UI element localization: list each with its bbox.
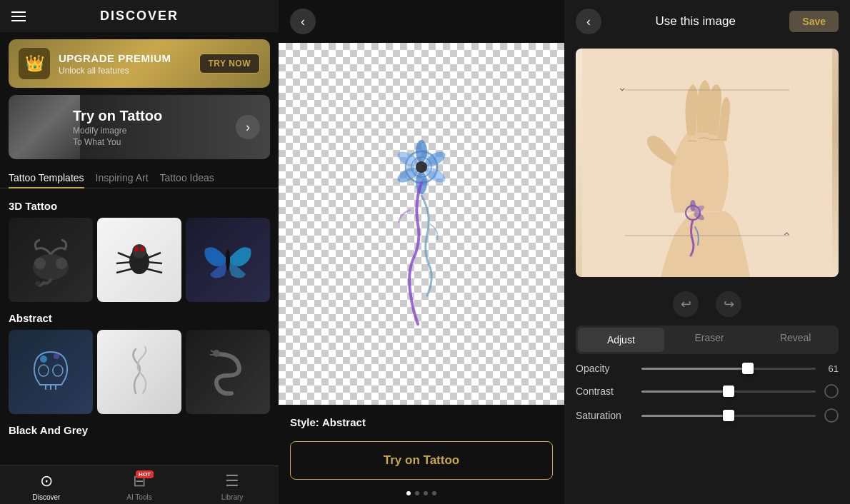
undo-redo-controls: ↩ ↪ — [564, 283, 850, 326]
svg-point-18 — [54, 353, 59, 359]
upgrade-subtitle: Unlock all features — [59, 66, 191, 76]
save-button[interactable]: Save — [789, 11, 839, 32]
opacity-slider-row: Opacity 61 — [576, 363, 839, 374]
use-image-title: Use this image — [601, 14, 789, 29]
use-image-panel: ‹ Use this image Save — [564, 0, 850, 504]
saturation-fill — [641, 415, 729, 417]
upgrade-title: UPGRADE PREMIUM — [59, 52, 191, 64]
contrast-label: Contrast — [576, 385, 633, 397]
dot-4 — [432, 491, 436, 495]
nav-ai-tools[interactable]: HOT ⊟ AI Tools — [93, 472, 186, 501]
library-nav-label: Library — [221, 493, 244, 501]
try-tattoo-arrow-icon[interactable]: › — [236, 115, 260, 139]
use-image-area: ⌟ ⌜ — [576, 49, 839, 277]
upgrade-banner: 👑 UPGRADE PREMIUM Unlock all features TR… — [9, 39, 270, 88]
try-now-button[interactable]: TRY NOW — [199, 54, 261, 74]
list-item[interactable] — [186, 330, 270, 414]
category-black-grey: Black And Grey — [9, 424, 270, 436]
list-item[interactable] — [97, 330, 181, 414]
redo-button[interactable]: ↪ — [716, 291, 741, 317]
ai-tools-nav-label: AI Tools — [126, 493, 151, 501]
list-item[interactable] — [9, 218, 93, 302]
discover-nav-icon: ⊙ — [40, 472, 53, 490]
tab-adjust[interactable]: Adjust — [578, 328, 664, 352]
svg-point-5 — [132, 244, 146, 258]
svg-point-14 — [226, 249, 230, 271]
tab-inspiring-art[interactable]: Inspiring Art — [96, 166, 149, 188]
nav-library[interactable]: ☰ Library — [186, 472, 279, 501]
try-on-tattoo-button[interactable]: Try on Tattoo — [290, 441, 553, 480]
svg-point-19 — [213, 350, 220, 357]
preview-dots — [279, 491, 564, 504]
tab-tattoo-templates[interactable]: Tattoo Templates — [9, 166, 84, 188]
opacity-slider-track[interactable] — [641, 368, 816, 370]
hot-badge: HOT — [136, 470, 154, 478]
discover-panel: DISCOVER 👑 UPGRADE PREMIUM Unlock all fe… — [0, 0, 279, 504]
try-tattoo-title: Try on Tattoo — [73, 108, 162, 124]
back-button[interactable]: ‹ — [290, 9, 316, 34]
tab-tattoo-ideas[interactable]: Tattoo Ideas — [160, 166, 214, 188]
svg-point-1 — [34, 258, 46, 269]
tattoo-grid-abstract — [9, 330, 270, 414]
try-tattoo-sub2: To What You — [73, 137, 162, 147]
preview-panel: ‹ Sty — [279, 0, 564, 504]
saturation-slider-track[interactable] — [641, 415, 816, 417]
list-item[interactable] — [9, 330, 93, 414]
svg-line-20 — [211, 351, 214, 352]
svg-point-6 — [134, 247, 139, 251]
tattoo-svg — [350, 110, 493, 338]
svg-point-2 — [56, 258, 67, 269]
saturation-circle-icon — [824, 408, 839, 423]
preview-header: ‹ — [279, 0, 564, 43]
dot-2 — [415, 491, 419, 495]
discover-title: DISCOVER — [100, 9, 179, 24]
opacity-label: Opacity — [576, 363, 633, 374]
contrast-circle-icon — [824, 384, 839, 398]
category-3d-tattoo: 3D Tattoo — [9, 200, 270, 212]
tab-reveal[interactable]: Reveal — [752, 326, 839, 354]
tattoo-grid-3d — [9, 218, 270, 302]
opacity-thumb[interactable] — [742, 363, 754, 374]
saturation-thumb[interactable] — [723, 410, 734, 421]
opacity-value: 61 — [824, 363, 839, 374]
hand-image: ⌟ ⌜ — [576, 49, 839, 277]
library-nav-icon: ☰ — [225, 472, 239, 490]
discover-scroll: 3D Tattoo — [0, 194, 279, 465]
dot-1 — [406, 491, 411, 495]
svg-point-17 — [40, 356, 47, 363]
sliders-area: Opacity 61 Contrast Saturation — [564, 363, 850, 423]
style-label: Style: Abstract — [279, 405, 564, 435]
contrast-thumb[interactable] — [723, 385, 734, 397]
svg-point-30 — [416, 161, 427, 173]
opacity-fill — [641, 368, 748, 370]
svg-point-24 — [416, 140, 427, 163]
svg-point-7 — [140, 247, 144, 251]
undo-button[interactable]: ↩ — [673, 291, 699, 317]
tab-eraser[interactable]: Eraser — [666, 326, 753, 354]
discover-header: DISCOVER — [0, 0, 279, 32]
style-value: Abstract — [322, 416, 366, 428]
tool-tabs: Adjust Eraser Reveal — [576, 326, 839, 354]
saturation-label: Saturation — [576, 410, 633, 421]
list-item[interactable] — [97, 218, 181, 302]
svg-point-15 — [39, 365, 49, 376]
list-item[interactable] — [186, 218, 270, 302]
contrast-fill — [641, 390, 729, 393]
try-on-tattoo-banner[interactable]: Try on Tattoo Modify imagre To What You … — [9, 95, 270, 159]
nav-discover[interactable]: ⊙ Discover — [0, 472, 93, 501]
style-prefix: Style: — [290, 416, 319, 428]
try-tattoo-sub1: Modify imagre — [73, 126, 162, 136]
category-abstract: Abstract — [9, 312, 270, 324]
try-tattoo-bg-image — [9, 95, 80, 159]
contrast-slider-track[interactable] — [641, 390, 816, 393]
saturation-slider-row: Saturation — [576, 408, 839, 423]
discover-nav-label: Discover — [33, 493, 61, 501]
svg-point-16 — [53, 365, 63, 376]
contrast-slider-row: Contrast — [576, 384, 839, 398]
crown-icon: 👑 — [19, 48, 50, 79]
dot-3 — [424, 491, 428, 495]
tattoo-preview-canvas — [279, 43, 564, 405]
use-image-back-button[interactable]: ‹ — [576, 9, 601, 34]
discover-tabs: Tattoo Templates Inspiring Art Tattoo Id… — [0, 166, 279, 188]
menu-icon[interactable] — [11, 11, 26, 21]
